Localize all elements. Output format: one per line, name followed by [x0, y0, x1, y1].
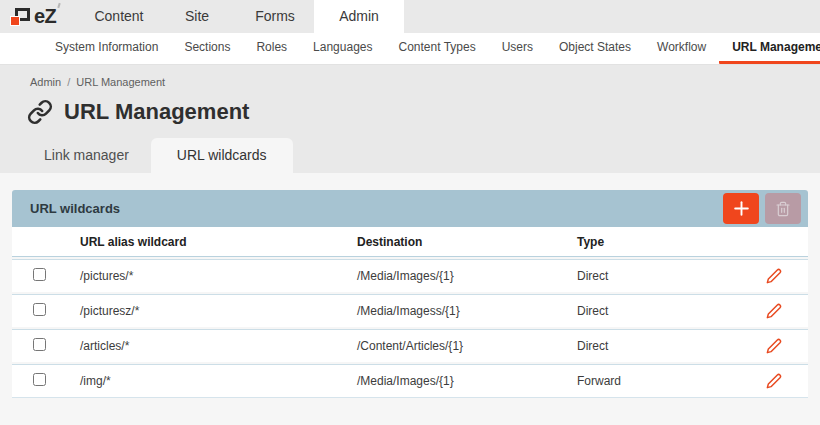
main-nav-content[interactable]: Content: [80, 0, 158, 33]
ez-logo-text: eZ: [34, 5, 56, 28]
subnav-content-types[interactable]: Content Types: [385, 33, 488, 64]
delete-wildcards-button[interactable]: [765, 193, 801, 224]
edit-button[interactable]: [764, 336, 784, 356]
pencil-icon: [766, 373, 782, 389]
tab-url-wildcards[interactable]: URL wildcards: [151, 138, 293, 173]
row-select-checkbox[interactable]: [33, 268, 46, 281]
subnav-roles[interactable]: Roles: [243, 33, 300, 64]
edit-button[interactable]: [764, 371, 784, 391]
table-body: /pictures/* /Media/Images/{1} Direct /pi…: [12, 259, 808, 398]
pencil-icon: [766, 338, 782, 354]
edit-button[interactable]: [764, 266, 784, 286]
plus-icon: [732, 199, 751, 218]
cell-url-alias-wildcard: /picturesz/*: [68, 304, 345, 318]
tab-bar: Link manager URL wildcards: [0, 138, 820, 173]
main-content: URL wildcards URL alias wildcard Destina…: [0, 173, 820, 398]
column-header-type: Type: [565, 235, 753, 249]
link-icon: [27, 99, 53, 125]
row-select-checkbox[interactable]: [33, 303, 46, 316]
table-row: /picturesz/* /Media/Imagess/{1} Direct: [12, 294, 808, 327]
add-wildcard-button[interactable]: [723, 193, 759, 224]
table-row: /articles/* /Content/Articles/{1} Direct: [12, 329, 808, 362]
subnav-url-management[interactable]: URL Management: [719, 33, 820, 64]
ez-logo-tick: [58, 3, 61, 8]
ez-logo[interactable]: eZ: [0, 0, 80, 33]
url-wildcards-panel-header: URL wildcards: [12, 190, 808, 227]
subnav-system-information[interactable]: System Information: [42, 33, 171, 64]
row-select-checkbox[interactable]: [33, 338, 46, 351]
subnav-workflow[interactable]: Workflow: [644, 33, 719, 64]
ez-logo-icon: [10, 8, 30, 26]
admin-sub-nav: System Information Sections Roles Langua…: [0, 33, 820, 65]
cell-destination: /Media/Images/{1}: [345, 374, 565, 388]
cell-url-alias-wildcard: /articles/*: [68, 339, 345, 353]
edit-button[interactable]: [764, 301, 784, 321]
subnav-object-states[interactable]: Object States: [546, 33, 644, 64]
column-header-url-alias-wildcard: URL alias wildcard: [68, 235, 345, 249]
page-title: URL Management: [64, 99, 249, 125]
column-header-destination: Destination: [345, 235, 565, 249]
table-row: /img/* /Media/Images/{1} Forward: [12, 364, 808, 397]
row-select-checkbox[interactable]: [33, 373, 46, 386]
main-nav-forms[interactable]: Forms: [236, 0, 314, 33]
table-row: /pictures/* /Media/Images/{1} Direct: [12, 259, 808, 292]
breadcrumb: Admin/URL Management: [0, 65, 820, 88]
table-header-row: URL alias wildcard Destination Type: [12, 227, 808, 257]
cell-destination: /Media/Imagess/{1}: [345, 304, 565, 318]
breadcrumb-separator: /: [67, 76, 70, 88]
subnav-sections[interactable]: Sections: [171, 33, 243, 64]
trash-icon: [775, 201, 791, 217]
breadcrumb-current: URL Management: [76, 76, 165, 88]
page-header: Admin/URL Management URL Management Link…: [0, 65, 820, 173]
breadcrumb-admin[interactable]: Admin: [30, 76, 61, 88]
cell-url-alias-wildcard: /pictures/*: [68, 269, 345, 283]
main-nav: Content Site Forms Admin: [80, 0, 404, 33]
pencil-icon: [766, 268, 782, 284]
tab-link-manager[interactable]: Link manager: [22, 138, 151, 173]
cell-destination: /Media/Images/{1}: [345, 269, 565, 283]
main-nav-admin[interactable]: Admin: [314, 0, 404, 33]
panel-title: URL wildcards: [30, 201, 717, 216]
cell-type: Direct: [565, 269, 753, 283]
pencil-icon: [766, 303, 782, 319]
main-nav-site[interactable]: Site: [158, 0, 236, 33]
subnav-users[interactable]: Users: [489, 33, 546, 64]
cell-type: Direct: [565, 339, 753, 353]
subnav-languages[interactable]: Languages: [300, 33, 385, 64]
cell-url-alias-wildcard: /img/*: [68, 374, 345, 388]
cell-type: Forward: [565, 374, 753, 388]
cell-type: Direct: [565, 304, 753, 318]
top-bar: eZ Content Site Forms Admin: [0, 0, 820, 33]
cell-destination: /Content/Articles/{1}: [345, 339, 565, 353]
